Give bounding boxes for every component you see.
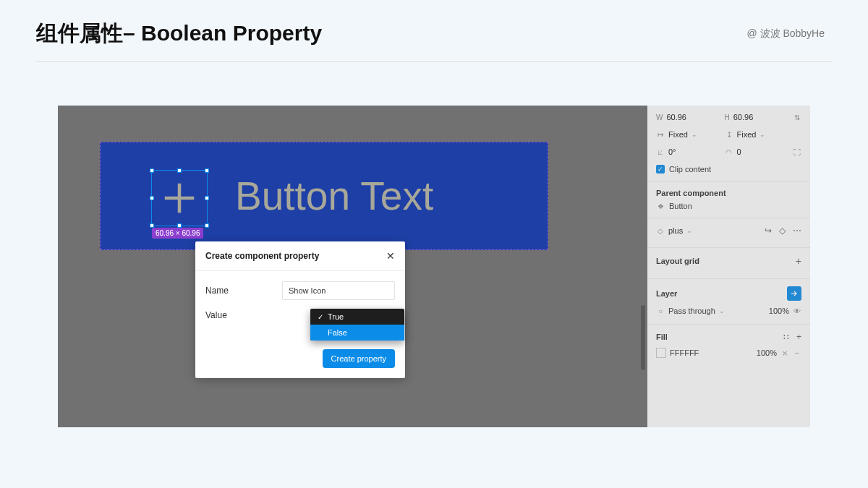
apply-property-icon[interactable] xyxy=(787,286,801,301)
create-property-modal: Create component property ✕ Name Value ✓… xyxy=(195,241,405,378)
diamond-icon: ◇ xyxy=(656,227,665,235)
dropdown-option-true[interactable]: ✓ True xyxy=(310,309,404,325)
button-component[interactable]: 60.96 × 60.96 Button Text xyxy=(100,142,548,250)
clip-content-label: Clip content xyxy=(669,165,711,174)
modal-title: Create component property xyxy=(205,251,319,261)
plus-icon-selection[interactable]: 60.96 × 60.96 xyxy=(151,170,208,226)
dropdown-option-false[interactable]: False xyxy=(310,325,404,341)
go-to-main-icon[interactable]: ↪ xyxy=(765,226,772,236)
height-label: H xyxy=(725,114,730,121)
name-label: Name xyxy=(205,286,282,296)
chevron-down-icon[interactable]: ⌄ xyxy=(719,307,725,314)
detach-icon[interactable]: ◇ xyxy=(779,226,786,236)
name-input[interactable] xyxy=(282,281,395,300)
resize-handle[interactable] xyxy=(205,168,209,173)
button-text-label[interactable]: Button Text xyxy=(235,142,433,249)
canvas-area[interactable]: 60.96 × 60.96 Button Text Create compone… xyxy=(58,106,810,427)
resize-handle[interactable] xyxy=(150,196,154,200)
color-swatch[interactable] xyxy=(656,348,666,358)
eye-icon[interactable]: 👁 xyxy=(793,307,801,315)
radius-value[interactable]: 0 xyxy=(737,147,741,156)
opacity-value[interactable]: 100% xyxy=(769,307,789,315)
more-icon[interactable]: ⋯ xyxy=(793,226,801,236)
option-label: False xyxy=(328,328,347,337)
check-icon: ✓ xyxy=(318,313,328,321)
parent-component-name[interactable]: Button xyxy=(669,202,692,210)
width-value[interactable]: 60.96 xyxy=(666,113,686,121)
fill-hex[interactable]: FFFFFF xyxy=(670,348,699,357)
height-value[interactable]: 60.96 xyxy=(733,113,754,121)
fill-section-title: Fill xyxy=(656,333,668,341)
remove-fill-icon[interactable]: − xyxy=(793,349,801,357)
selection-dimensions: 60.96 × 60.96 xyxy=(152,228,203,239)
parent-component-title: Parent component xyxy=(656,189,801,197)
horizontal-icon: ↦ xyxy=(656,131,665,139)
resize-handle[interactable] xyxy=(205,223,209,228)
properties-panel: W 60.96 H 60.96 ⇅ ↦ Fixed ⌄ ↧ Fixed ⌄ xyxy=(647,106,810,427)
value-label: Value xyxy=(205,310,299,320)
chevron-down-icon[interactable]: ⌄ xyxy=(760,131,765,138)
expand-icon[interactable]: ⛶ xyxy=(793,148,801,156)
close-icon[interactable]: ✕ xyxy=(386,250,395,262)
height-mode[interactable]: Fixed xyxy=(737,130,757,139)
clip-checkbox[interactable]: ✓ xyxy=(656,165,665,174)
resize-handle[interactable] xyxy=(205,196,209,200)
layout-grid-title: Layout grid xyxy=(656,257,699,265)
width-mode[interactable]: Fixed xyxy=(668,130,688,139)
chevron-down-icon[interactable]: ⌄ xyxy=(692,131,697,138)
fill-opacity[interactable]: 100% xyxy=(757,348,777,357)
add-grid-icon[interactable]: + xyxy=(796,255,801,267)
value-dropdown[interactable]: ✓ True False xyxy=(310,309,404,341)
chevron-down-icon[interactable]: ⌄ xyxy=(686,227,692,234)
author-credit: @ 波波 BobbyHe xyxy=(746,27,825,40)
component-icon: ❖ xyxy=(656,202,665,210)
link-icon[interactable]: ⇅ xyxy=(793,114,801,121)
option-label: True xyxy=(328,312,344,321)
vertical-icon: ↧ xyxy=(725,131,733,139)
header-divider xyxy=(36,61,832,62)
rotation-value[interactable]: 0° xyxy=(668,147,676,156)
layer-section-title: Layer xyxy=(656,289,677,298)
width-label: W xyxy=(656,114,663,121)
scrollbar[interactable] xyxy=(641,305,645,370)
blend-icon: ○ xyxy=(656,307,665,315)
resize-handle[interactable] xyxy=(177,168,182,173)
create-property-button[interactable]: Create property xyxy=(323,349,395,368)
blend-mode[interactable]: Pass through xyxy=(668,307,715,315)
rotation-icon: ⟀ xyxy=(656,148,665,156)
layer-name[interactable]: plus xyxy=(668,226,683,235)
resize-handle[interactable] xyxy=(150,168,154,173)
eye-hidden-icon[interactable]: ⤫ xyxy=(780,349,789,357)
radius-icon: ◠ xyxy=(725,148,733,156)
page-title: 组件属性– Boolean Property xyxy=(36,19,322,48)
styles-icon[interactable]: ∷ xyxy=(783,332,789,342)
plus-icon xyxy=(152,171,207,226)
add-fill-icon[interactable]: + xyxy=(796,332,801,342)
